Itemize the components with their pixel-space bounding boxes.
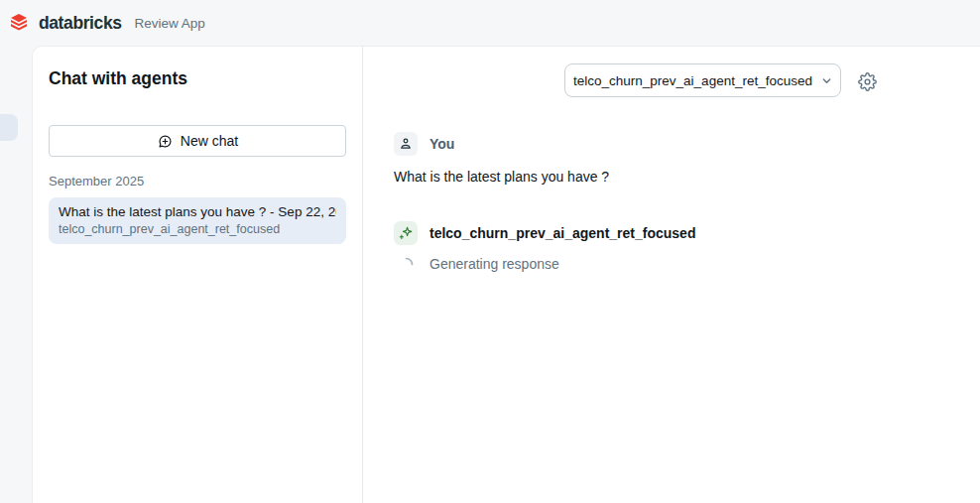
generating-status-text: Generating response xyxy=(429,256,559,272)
app-name: Review App xyxy=(135,16,205,31)
top-header: databricks Review App xyxy=(0,0,980,46)
page-title: Chat with agents xyxy=(49,68,346,89)
chat-history-section-header: September 2025 xyxy=(49,174,346,189)
agent-selector-dropdown[interactable]: telco_churn_prev_ai_agent_ret_focused xyxy=(564,63,841,97)
databricks-logo-icon xyxy=(9,13,29,33)
new-chat-button[interactable]: New chat xyxy=(49,125,346,157)
new-chat-icon xyxy=(157,133,174,150)
brand-wordmark: databricks xyxy=(39,13,122,34)
chat-item-title: What is the latest plans you have ? - Se… xyxy=(59,204,336,219)
chat-history-item[interactable]: What is the latest plans you have ? - Se… xyxy=(49,197,346,244)
user-sender-label: You xyxy=(429,136,454,152)
agent-selector-value: telco_churn_prev_ai_agent_ret_focused xyxy=(573,73,812,88)
message-list: You What is the latest plans you have ? … xyxy=(394,132,956,272)
sidebar-collapse-handle[interactable] xyxy=(0,114,18,141)
databricks-logo: databricks xyxy=(9,13,122,34)
agent-message-header: telco_churn_prev_ai_agent_ret_focused xyxy=(394,221,956,245)
agent-avatar xyxy=(394,221,418,245)
new-chat-label: New chat xyxy=(181,133,238,149)
user-avatar xyxy=(394,132,418,156)
person-icon xyxy=(398,136,414,152)
user-message-text: What is the latest plans you have ? xyxy=(394,169,956,185)
chat-item-agent-name: telco_churn_prev_ai_agent_ret_focused xyxy=(59,222,336,236)
sidebar: Chat with agents New chat September 2025… xyxy=(33,47,363,503)
generating-status-row: Generating response xyxy=(394,256,956,272)
agent-sender-label: telco_churn_prev_ai_agent_ret_focused xyxy=(429,225,695,241)
user-message-header: You xyxy=(394,132,956,156)
settings-button[interactable] xyxy=(856,70,878,92)
spinner-icon xyxy=(394,257,418,272)
chevron-down-icon xyxy=(821,75,832,86)
content-card: Chat with agents New chat September 2025… xyxy=(32,46,980,503)
chat-main-area: telco_churn_prev_ai_agent_ret_focused xyxy=(363,47,980,503)
gear-icon xyxy=(858,72,877,91)
sparkle-icon xyxy=(398,225,414,241)
